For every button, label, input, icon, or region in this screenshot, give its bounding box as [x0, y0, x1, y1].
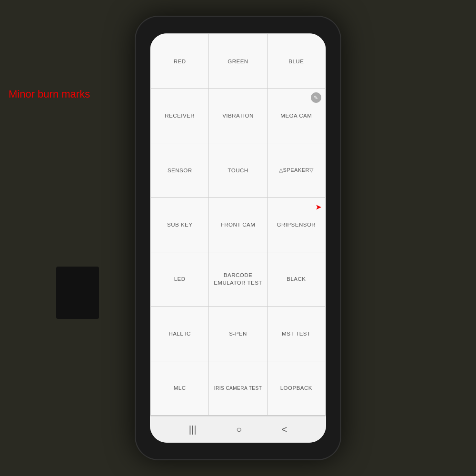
grid-cell-sensor[interactable]: SENSOR: [151, 143, 208, 197]
nav-home-button[interactable]: ○: [236, 424, 242, 435]
grid-cell-led[interactable]: LED: [151, 252, 208, 306]
grid-cell-touch[interactable]: TOUCH: [209, 143, 267, 197]
grid-cell-receiver[interactable]: RECEIVER: [151, 89, 208, 142]
grid-cell-vibration[interactable]: VIBRATION: [209, 89, 267, 142]
burn-marks-annotation: Minor burn marks: [9, 88, 90, 100]
grid-cell-front-cam[interactable]: FRONT CAM: [209, 198, 267, 251]
test-grid: RED GREEN BLUE RECEIVER VIBRATION MEGA C…: [150, 33, 326, 416]
edit-badge-icon: ✎: [311, 92, 321, 103]
nav-back-button[interactable]: <: [282, 424, 288, 435]
grid-cell-gripsensor[interactable]: GRIPSENSOR ➤: [268, 198, 325, 251]
grid-cell-iris-camera-test[interactable]: IRIS CAMERA TEST: [209, 361, 267, 415]
grid-cell-barcode-emulator[interactable]: BARCODE EMULATOR TEST: [209, 252, 267, 306]
left-accessory: [56, 267, 99, 319]
grid-cell-hall-ic[interactable]: HALL IC: [151, 307, 208, 360]
phone-screen: RED GREEN BLUE RECEIVER VIBRATION MEGA C…: [150, 33, 326, 443]
grid-cell-green[interactable]: GREEN: [209, 34, 267, 88]
grid-cell-black[interactable]: BLACK: [268, 252, 325, 306]
grid-cell-mega-cam[interactable]: MEGA CAM ✎: [268, 89, 325, 142]
phone-device: RED GREEN BLUE RECEIVER VIBRATION MEGA C…: [136, 17, 340, 459]
grid-cell-blue[interactable]: BLUE: [268, 34, 325, 88]
red-arrow-icon: ➤: [316, 203, 322, 211]
grid-cell-s-pen[interactable]: S-PEN: [209, 307, 267, 360]
navigation-bar: ||| ○ <: [150, 416, 326, 443]
grid-cell-speaker[interactable]: △SPEAKER▽: [268, 143, 325, 197]
grid-cell-sub-key[interactable]: SUB KEY: [151, 198, 208, 251]
grid-cell-loopback[interactable]: LOOPBACK: [268, 361, 325, 415]
grid-cell-red[interactable]: RED: [151, 34, 208, 88]
grid-cell-mst-test[interactable]: MST TEST: [268, 307, 325, 360]
nav-recent-button[interactable]: |||: [189, 424, 197, 435]
grid-cell-mlc[interactable]: MLC: [151, 361, 208, 415]
